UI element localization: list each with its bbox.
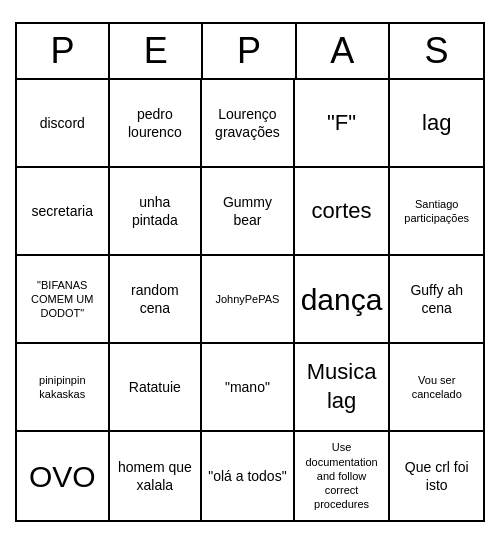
cell-text-1-1: unha pintada <box>116 193 195 229</box>
cell-3-3: Musica lag <box>295 344 391 432</box>
cell-text-4-0: OVO <box>29 457 96 496</box>
cell-4-4: Que crl foi isto <box>390 432 483 520</box>
cell-1-1: unha pintada <box>110 168 203 256</box>
cell-text-4-2: "olá a todos" <box>208 467 286 485</box>
cell-text-1-0: secretaria <box>32 202 93 220</box>
cell-text-0-3: "F" <box>327 109 356 138</box>
cell-3-4: Vou ser cancelado <box>390 344 483 432</box>
cell-4-3: Use documentation and follow correct pro… <box>295 432 391 520</box>
cell-text-2-2: JohnyPePAS <box>215 292 279 306</box>
header-cell-2: P <box>203 24 296 78</box>
cell-0-2: Lourenço gravações <box>202 80 295 168</box>
cell-0-3: "F" <box>295 80 391 168</box>
cell-1-2: Gummy bear <box>202 168 295 256</box>
cell-4-2: "olá a todos" <box>202 432 295 520</box>
header-cell-1: E <box>110 24 203 78</box>
cell-text-0-2: Lourenço gravações <box>208 105 287 141</box>
cell-2-0: "BIFANAS COMEM UM DODOT" <box>17 256 110 344</box>
cell-text-2-4: Guffy ah cena <box>396 281 477 317</box>
bingo-grid: discordpedro lourencoLourenço gravações"… <box>17 80 483 520</box>
cell-1-0: secretaria <box>17 168 110 256</box>
cell-0-0: discord <box>17 80 110 168</box>
header-cell-3: A <box>297 24 390 78</box>
header-cell-4: S <box>390 24 483 78</box>
cell-text-2-1: random cena <box>116 281 195 317</box>
cell-text-2-0: "BIFANAS COMEM UM DODOT" <box>23 278 102 321</box>
cell-text-3-2: "mano" <box>225 378 270 396</box>
bingo-header: PEPAS <box>17 24 483 80</box>
cell-1-4: Santiago participações <box>390 168 483 256</box>
cell-2-2: JohnyPePAS <box>202 256 295 344</box>
header-cell-0: P <box>17 24 110 78</box>
cell-1-3: cortes <box>295 168 391 256</box>
cell-text-4-4: Que crl foi isto <box>396 458 477 494</box>
cell-2-4: Guffy ah cena <box>390 256 483 344</box>
cell-text-1-3: cortes <box>312 197 372 226</box>
cell-text-0-4: lag <box>422 109 451 138</box>
cell-text-3-4: Vou ser cancelado <box>396 373 477 402</box>
cell-text-3-3: Musica lag <box>301 358 383 415</box>
cell-text-3-0: pinipinpin kakaskas <box>23 373 102 402</box>
cell-text-3-1: Ratatuie <box>129 378 181 396</box>
cell-0-1: pedro lourenco <box>110 80 203 168</box>
cell-4-0: OVO <box>17 432 110 520</box>
bingo-board: PEPAS discordpedro lourencoLourenço grav… <box>15 22 485 522</box>
cell-text-0-0: discord <box>40 114 85 132</box>
cell-text-4-3: Use documentation and follow correct pro… <box>301 440 383 511</box>
cell-2-1: random cena <box>110 256 203 344</box>
cell-text-1-4: Santiago participações <box>396 197 477 226</box>
cell-text-0-1: pedro lourenco <box>116 105 195 141</box>
cell-text-1-2: Gummy bear <box>208 193 287 229</box>
cell-3-0: pinipinpin kakaskas <box>17 344 110 432</box>
cell-3-1: Ratatuie <box>110 344 203 432</box>
cell-2-3: dança <box>295 256 391 344</box>
cell-4-1: homem que xalala <box>110 432 203 520</box>
cell-text-4-1: homem que xalala <box>116 458 195 494</box>
cell-0-4: lag <box>390 80 483 168</box>
cell-3-2: "mano" <box>202 344 295 432</box>
cell-text-2-3: dança <box>301 280 383 319</box>
